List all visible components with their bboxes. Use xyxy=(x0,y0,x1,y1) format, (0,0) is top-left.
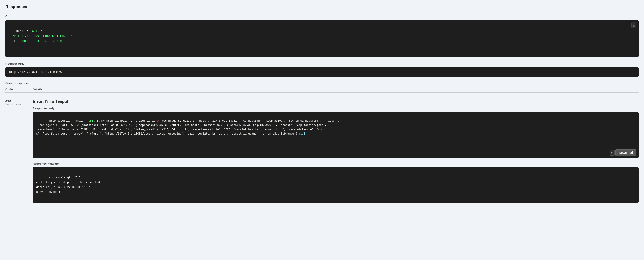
response-body-ms0: ms/0 xyxy=(299,132,305,136)
response-table-header: Code Details xyxy=(6,88,638,93)
curl-section: Curl curl -X 'GET' \ 'http://127.0.0.1:1… xyxy=(6,15,638,57)
curl-prefix: curl -X xyxy=(16,29,30,33)
curl-code-block: curl -X 'GET' \ 'http://127.0.0.1:18081/… xyxy=(6,20,638,57)
response-body-copy-button[interactable]: ⎘ xyxy=(610,150,614,156)
curl-label: Curl xyxy=(6,15,638,18)
request-url-block: http://127.0.0.1:18081/items/0 xyxy=(6,67,638,77)
col-code-header: Code xyxy=(6,88,32,91)
response-headers-content: content-length: 716 content-type: text/p… xyxy=(36,176,100,194)
curl-url: 'http://127.0.0.1:18081/items/0' xyxy=(13,34,69,38)
server-response-section: Server response Code Details 418 Undocum… xyxy=(6,81,638,203)
response-table-row: 418 Undocumented Error: I'm a Teapot Res… xyxy=(6,96,638,203)
response-body-prefix: http_exception_handler, xyxy=(49,119,88,122)
server-response-label: Server response xyxy=(6,81,638,85)
status-code: 418 xyxy=(6,99,32,103)
response-headers-label: Response headers xyxy=(32,162,638,165)
page-title: Responses xyxy=(6,5,638,9)
response-headers-block: content-length: 716 content-type: text/p… xyxy=(32,167,638,203)
request-url-value: http://127.0.0.1:18081/items/0 xyxy=(9,70,62,74)
details-cell: Error: I'm a Teapot Response body http_e… xyxy=(32,99,638,203)
response-body-mid1: is my http exception info:item_id is xyxy=(95,119,157,122)
curl-copy-button[interactable]: ⎘ xyxy=(631,22,636,28)
response-body-actions: ⎘ Download xyxy=(610,149,636,156)
curl-header: 'accept: application/json' xyxy=(18,39,64,43)
request-url-section: Request URL http://127.0.0.1:18081/items… xyxy=(6,62,638,77)
response-body-block: http_exception_handler, this is my http … xyxy=(32,112,638,159)
curl-method: 'GET' xyxy=(30,29,39,33)
response-body-label: Response body xyxy=(32,107,638,110)
download-button[interactable]: Download xyxy=(616,149,636,156)
undocumented-label: Undocumented xyxy=(6,103,32,106)
error-title: Error: I'm a Teapot xyxy=(32,99,638,104)
request-url-label: Request URL xyxy=(6,62,638,65)
col-details-header: Details xyxy=(32,88,638,91)
code-cell: 418 Undocumented xyxy=(6,99,32,106)
response-body-this: this xyxy=(88,119,95,122)
